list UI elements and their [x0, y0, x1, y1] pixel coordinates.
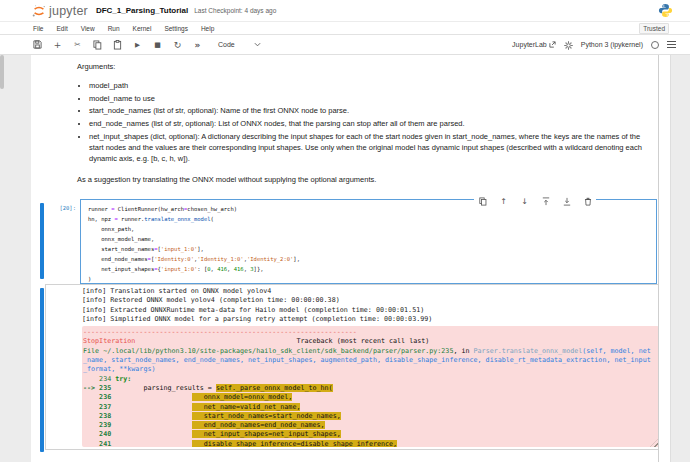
- chevron-down-icon: [254, 42, 261, 47]
- source-line: start_node_names=['input_1:0'],: [88, 244, 656, 254]
- python-logo-icon: [658, 3, 673, 22]
- restart-run-all-button[interactable]: »: [192, 38, 203, 51]
- toolbar-right: JupyterLab Python 3 (ipykernel): [512, 36, 690, 54]
- source-line: hn, npz = runner.translate_onnx_model(: [88, 214, 656, 224]
- checkpoint-status: Last Checkpoint: 4 days ago: [194, 7, 276, 14]
- info-line: [info] Restored ONNX model yolov4 (compl…: [82, 296, 658, 305]
- duplicate-cell-button[interactable]: [477, 195, 488, 207]
- source-line: ): [88, 274, 656, 284]
- delete-cell-button[interactable]: [582, 195, 593, 207]
- interrupt-kernel-button[interactable]: ■: [152, 38, 163, 51]
- toolbar: + ✂ ▶ ■ ↻ » Code JupyterLab Python 3 (ip…: [0, 35, 690, 55]
- move-cell-down-button[interactable]: ↓: [519, 195, 530, 207]
- markdown-bullet-list: model_pathmodel_name to usestart_node_na…: [77, 81, 655, 165]
- left-sidebar-rail: [0, 55, 31, 462]
- source-line: 234 try:: [83, 375, 659, 384]
- source-line: end_node_names=['Identity:0','Identity_1…: [88, 254, 656, 264]
- cell-type-value: Code: [218, 41, 235, 48]
- source-line: --> 235 parsing_results = self._parse_on…: [83, 384, 659, 393]
- output-collapser[interactable]: [40, 288, 44, 452]
- kernel-name[interactable]: Python 3 (ipykernel): [581, 41, 643, 48]
- arguments-heading: Arguments:: [77, 62, 655, 73]
- external-link-icon: [549, 41, 556, 48]
- jupyterlab-label: JupyterLab: [512, 41, 547, 48]
- source-line: StopIteration Traceback (most recent cal…: [83, 337, 659, 346]
- bullet-item: start_node_names (list of str, optional)…: [89, 106, 655, 117]
- source-line: _name, start_node_names, end_node_names,…: [83, 356, 659, 365]
- source-line: 241 disable_shape_inference=disable_shap…: [83, 440, 659, 447]
- source-line: 239 end_node_names=end_node_names,: [83, 421, 659, 430]
- traceback-lines: ----------------------------------------…: [83, 328, 659, 447]
- hamburger-menu-icon[interactable]: [667, 41, 676, 48]
- cell-toolbar: ↑ ↓: [474, 195, 596, 207]
- bullet-item: end_node_names (list of str, optional): …: [89, 119, 655, 130]
- right-sidebar-rail: [670, 55, 690, 462]
- bullet-item: model_name to use: [89, 94, 655, 105]
- left-scrollbar-thumb[interactable]: [0, 55, 4, 89]
- source-line: onnx_model_name,: [88, 234, 656, 244]
- jupyter-planet-icon: [32, 4, 46, 18]
- menu-item-kernel[interactable]: Kernel: [133, 25, 152, 32]
- kernel-status-icon: [651, 41, 659, 49]
- info-line: [info] Translation started on ONNX model…: [82, 287, 658, 296]
- source-line: net_input_shapes={'input_1:0': [0, 416, …: [88, 264, 656, 274]
- source-line: 240 net_input_shapes=net_input_shapes,: [83, 430, 659, 439]
- jupyter-logo-text: jupyter: [49, 4, 88, 18]
- bullet-item: net_input_shapes (dict, optional): A dic…: [89, 132, 655, 164]
- cell-type-dropdown[interactable]: Code: [218, 41, 261, 48]
- input-collapser[interactable]: [40, 203, 44, 279]
- markdown-cell[interactable]: Arguments: model_pathmodel_name to usest…: [77, 62, 655, 186]
- menubar-items: FileEditViewRunKernelSettingsHelp: [33, 25, 214, 32]
- title-bar: jupyter DFC_1_Parsing_Tutorial Last Chec…: [0, 0, 690, 22]
- cut-cells-button[interactable]: ✂: [72, 38, 83, 51]
- trusted-badge[interactable]: Trusted: [639, 23, 669, 34]
- source-line: 237 net_name=valid_net_name,: [83, 403, 659, 412]
- menu-item-settings[interactable]: Settings: [164, 25, 188, 32]
- restart-kernel-button[interactable]: ↻: [172, 38, 183, 51]
- jupyter-logo[interactable]: jupyter: [32, 4, 88, 18]
- stream-output: [info] Translation started on ONNX model…: [46, 285, 658, 324]
- insert-cell-above-button[interactable]: [540, 195, 551, 207]
- copy-cells-button[interactable]: [92, 38, 103, 51]
- source-line: 238 start_node_names=start_node_names,: [83, 412, 659, 421]
- save-button[interactable]: [32, 38, 43, 51]
- bullet-item: model_path: [89, 81, 655, 92]
- suggestion-text: As a suggestion try translating the ONNX…: [77, 175, 655, 186]
- error-output: ----------------------------------------…: [82, 326, 659, 447]
- jupyter-notebook-app: jupyter DFC_1_Parsing_Tutorial Last Chec…: [0, 0, 690, 462]
- menu-item-help[interactable]: Help: [201, 25, 214, 32]
- menu-item-view[interactable]: View: [81, 25, 95, 32]
- insert-cell-below-button[interactable]: [561, 195, 572, 207]
- run-cell-button[interactable]: ▶: [132, 38, 143, 51]
- source-line: File ~/.local/lib/python3.10/site-packag…: [83, 347, 659, 356]
- output-area: [info] Translation started on ONNX model…: [45, 284, 659, 450]
- notebook-scrollbar[interactable]: [659, 55, 670, 462]
- info-line: [info] Extracted ONNXRuntime meta-data f…: [82, 306, 658, 315]
- source-line: onnx_path,: [88, 224, 656, 234]
- source-line: ----------------------------------------…: [83, 328, 659, 337]
- paste-cells-button[interactable]: [112, 38, 123, 51]
- menu-bar: FileEditViewRunKernelSettingsHelp Truste…: [0, 22, 690, 35]
- menu-item-file[interactable]: File: [33, 25, 43, 32]
- add-cell-button[interactable]: +: [52, 38, 63, 51]
- settings-gear-icon[interactable]: [564, 36, 573, 54]
- menu-item-run[interactable]: Run: [108, 25, 120, 32]
- jupyterlab-link[interactable]: JupyterLab: [512, 41, 556, 48]
- source-line: 236 onnx_model=onnx_model,: [83, 393, 659, 402]
- code-editor[interactable]: ↑ ↓ runner = ClientRunner(hw_arch=chosen…: [80, 199, 657, 284]
- notebook-title[interactable]: DFC_1_Parsing_Tutorial: [96, 6, 188, 15]
- source-line: _format, **kwargs): [83, 365, 659, 374]
- notebook-area: Arguments: model_pathmodel_name to usest…: [0, 55, 690, 462]
- menu-item-edit[interactable]: Edit: [56, 25, 67, 32]
- code-lines: runner = ClientRunner(hw_arch=chosen_hw_…: [88, 204, 656, 284]
- input-prompt: [20]:: [28, 205, 76, 211]
- info-line: [info] Simplified ONNX model for a parsi…: [82, 315, 658, 324]
- move-cell-up-button[interactable]: ↑: [498, 195, 509, 207]
